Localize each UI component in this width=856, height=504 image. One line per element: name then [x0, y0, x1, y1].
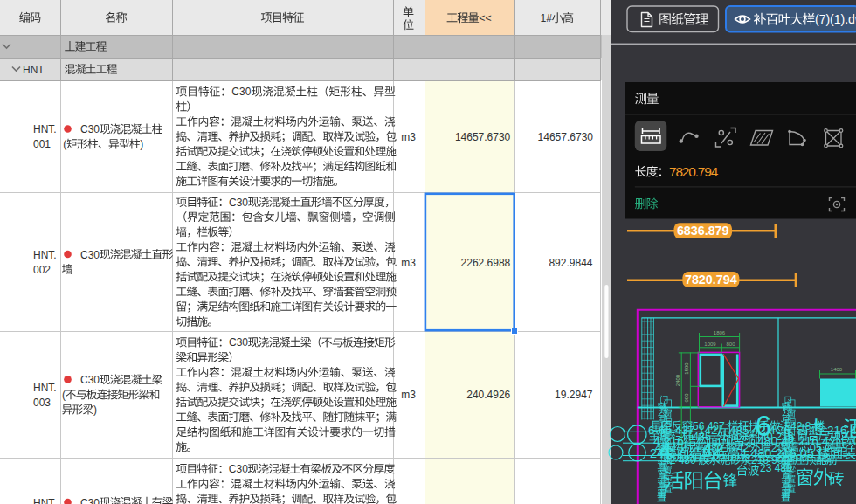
svg-text:m3: m3	[401, 257, 416, 269]
svg-text:892.9844: 892.9844	[549, 257, 592, 269]
svg-text:C30: C30	[231, 86, 251, 98]
svg-text:900: 900	[684, 393, 689, 403]
svg-text:C30: C30	[80, 249, 100, 261]
svg-text:42: 42	[702, 438, 723, 460]
svg-text:2262.6988: 2262.6988	[461, 257, 511, 269]
svg-text:+: +	[809, 411, 823, 438]
svg-text:19.2947: 19.2947	[555, 389, 593, 401]
svg-text:1#: 1#	[540, 12, 552, 24]
svg-text:001: 001	[33, 138, 51, 150]
svg-text:(: (	[62, 389, 66, 401]
svg-text:1400: 1400	[831, 367, 843, 372]
svg-text:6836.879: 6836.879	[677, 224, 729, 238]
svg-text:<<: <<	[479, 12, 491, 24]
svg-text:002: 002	[33, 264, 51, 276]
svg-text:905: 905	[797, 452, 812, 463]
svg-text:6: 6	[756, 410, 771, 442]
svg-text:2: 2	[771, 442, 777, 454]
svg-text:(: (	[63, 138, 66, 150]
svg-text:HNT.: HNT.	[33, 497, 57, 504]
svg-text:C30: C30	[229, 336, 248, 349]
svg-text:C30: C30	[80, 123, 100, 135]
svg-text:23 480: 23 480	[760, 462, 792, 474]
svg-text:2400: 2400	[675, 374, 680, 386]
svg-text:14657.6730: 14657.6730	[538, 131, 594, 143]
svg-text:240.4926: 240.4926	[466, 389, 510, 401]
svg-text:800: 800	[726, 342, 735, 347]
svg-text:): )	[93, 404, 97, 416]
svg-text:C30: C30	[229, 463, 248, 475]
svg-text:14657.6730: 14657.6730	[455, 131, 511, 143]
svg-text:HNT.: HNT.	[33, 382, 57, 394]
svg-text:m3: m3	[401, 131, 416, 143]
svg-text:): )	[140, 138, 143, 150]
svg-text:1500: 1500	[684, 362, 689, 375]
svg-text:(7)(1).dw: (7)(1).dw	[815, 12, 856, 26]
svg-text:HNT.: HNT.	[33, 249, 57, 261]
svg-text:216 48: 216 48	[721, 452, 750, 463]
svg-text:003: 003	[33, 397, 51, 409]
svg-text:7820.794: 7820.794	[669, 164, 719, 179]
svg-text:4: 4	[659, 438, 672, 464]
svg-text:C30: C30	[80, 374, 100, 386]
svg-text:C30: C30	[229, 197, 248, 209]
svg-text:m3: m3	[401, 389, 416, 401]
svg-text:1806: 1806	[714, 330, 726, 335]
svg-text:7820.794: 7820.794	[685, 273, 737, 287]
svg-text:1009: 1009	[704, 342, 716, 347]
svg-text:HNT: HNT	[23, 64, 45, 76]
svg-text:HNT.: HNT.	[33, 123, 57, 135]
svg-text:C30: C30	[80, 497, 100, 504]
